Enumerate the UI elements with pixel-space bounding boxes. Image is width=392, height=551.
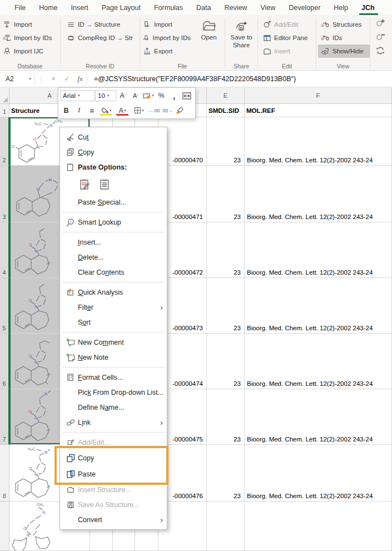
row-header-3[interactable]: 3 xyxy=(0,166,9,222)
menu-item-sort[interactable]: Sort xyxy=(60,315,167,330)
menu-item-new-note[interactable]: New Note xyxy=(60,350,167,365)
increase-decimal-button[interactable]: ←.00 xyxy=(148,105,160,117)
format-painter-button[interactable] xyxy=(174,105,186,117)
select-all-corner[interactable] xyxy=(0,87,9,104)
tab-data[interactable]: Data xyxy=(190,4,217,12)
font-color-button[interactable]: A ▾ xyxy=(115,105,130,117)
import-ijc-button[interactable]: Import IJC xyxy=(0,44,60,58)
insert-button[interactable]: Insert xyxy=(260,44,316,58)
enter-formula-icon[interactable]: ✓ xyxy=(60,75,73,83)
row-header-4[interactable]: 4 xyxy=(0,222,9,278)
row-header-8[interactable]: 8 xyxy=(0,445,9,502)
bold-button[interactable]: B xyxy=(60,105,72,117)
menu-item-paste-structure[interactable]: Paste xyxy=(60,466,167,482)
import-file-button[interactable]: Import xyxy=(140,18,193,31)
decrease-font-size-button[interactable]: Aˇ xyxy=(130,90,142,102)
menu-item-format-cells[interactable]: Format Cells... xyxy=(60,370,167,385)
row-header-9[interactable] xyxy=(0,502,9,551)
menu-item-paste-special[interactable]: Paste Special... xyxy=(60,195,167,210)
cancel-formula-icon[interactable]: × xyxy=(47,75,60,83)
menu-item-copy-structure[interactable]: Copy xyxy=(60,450,167,466)
remove-structure-hexagon-icon[interactable] xyxy=(375,32,385,42)
menu-item-define-name[interactable]: Define Name... xyxy=(60,400,167,415)
open-button[interactable]: Open xyxy=(193,18,224,58)
tab-review[interactable]: Review xyxy=(217,4,254,12)
align-center-button[interactable]: ≡ xyxy=(86,105,98,117)
cell-sid-2[interactable]: 23 xyxy=(207,117,245,166)
row-header-2[interactable]: 2 xyxy=(0,117,9,166)
name-box-dropdown-icon[interactable]: ▾ xyxy=(29,76,31,81)
cell-ref-4[interactable]: Bioorg. Med. Chem. Lett. 12(2)-2002 243-… xyxy=(245,222,392,278)
tab-formulas[interactable]: Formulas xyxy=(147,4,190,12)
show-hide-button[interactable]: Show/Hide xyxy=(318,44,370,58)
font-size-select[interactable]: 10 ▾ xyxy=(95,90,116,101)
column-header-e[interactable]: E xyxy=(207,87,245,104)
menu-item-quick-analysis[interactable]: Quick Analysis xyxy=(60,285,167,300)
editor-pane-button[interactable]: Editor Pane xyxy=(260,31,316,44)
import-by-ids-file-button[interactable]: ID Import by IDs xyxy=(140,31,193,44)
menu-item-add-edit-disabled[interactable]: Add/Edit... xyxy=(60,435,167,450)
add-structure-hexagon-icon[interactable] xyxy=(375,19,385,29)
cell-f1[interactable]: MOL.REF xyxy=(245,104,392,117)
cell-ref-3[interactable]: Bioorg. Med. Chem. Lett. 12(2)-2002 243-… xyxy=(245,166,392,222)
cell-sid-9[interactable] xyxy=(207,502,245,551)
row-header-5[interactable]: 5 xyxy=(0,278,9,334)
cell-ref-9[interactable] xyxy=(245,502,392,551)
cell-sid-3[interactable]: 23 xyxy=(207,166,245,222)
add-edit-button[interactable]: Add/Edit xyxy=(260,18,316,31)
menu-item-link[interactable]: Link › xyxy=(60,415,167,430)
fill-color-button[interactable]: ▾ xyxy=(98,105,114,117)
menu-item-cut[interactable]: Cut xyxy=(60,130,167,145)
paste-keep-formatting-button[interactable] xyxy=(78,177,92,192)
cell-ref-7[interactable]: Bioorg. Med. Chem. Lett. 12(2)-2002 243-… xyxy=(245,389,392,445)
menu-item-copy[interactable]: Copy xyxy=(60,145,167,160)
paste-values-button[interactable] xyxy=(97,177,112,192)
refresh-structures-icon[interactable] xyxy=(375,46,385,56)
formula-input[interactable]: =@JCSYSStructure("EF2F80099A4F38F42D2220… xyxy=(87,75,296,83)
cell-sid-5[interactable]: 23 xyxy=(207,278,245,334)
merge-center-button[interactable] xyxy=(181,90,193,102)
menu-item-convert[interactable]: Convert › xyxy=(60,512,167,527)
import-database-button[interactable]: Import xyxy=(0,18,60,31)
cell-ref-8[interactable]: Bioorg. Med. Chem. Lett. 12(2)-2002 243-… xyxy=(245,445,392,502)
borders-button[interactable]: ▾ xyxy=(131,105,147,117)
accounting-format-button[interactable]: ▾ xyxy=(142,90,155,102)
cell-e1[interactable]: SMDL.SID xyxy=(207,104,245,117)
view-ids-button[interactable]: ID IDs xyxy=(318,31,370,44)
tab-developer[interactable]: Developer xyxy=(282,4,327,12)
cell-sid-4[interactable]: 23 xyxy=(207,222,245,278)
menu-item-new-comment[interactable]: New Comment xyxy=(60,335,167,350)
id-to-structure-button[interactable]: ID → Structure xyxy=(64,18,140,31)
cell-ref-5[interactable]: Bioorg. Med. Chem. Lett. 12(2)-2002 243-… xyxy=(245,278,392,334)
menu-item-filter[interactable]: Filter › xyxy=(60,300,167,315)
percent-style-button[interactable]: % xyxy=(155,90,167,102)
tab-home[interactable]: Home xyxy=(32,4,64,12)
font-name-select[interactable]: Arial ▾ xyxy=(60,90,95,101)
tab-page-layout[interactable]: Page Layout xyxy=(95,4,147,12)
menu-item-smart-lookup[interactable]: i Smart Lookup xyxy=(60,215,167,230)
insert-function-icon[interactable]: fx xyxy=(73,75,87,83)
row-header-6[interactable]: 6 xyxy=(0,334,9,389)
tab-view[interactable]: View xyxy=(254,4,282,12)
tab-file[interactable]: File xyxy=(8,4,32,12)
menu-item-clear-contents[interactable]: Clear Contents xyxy=(60,265,167,280)
increase-font-size-button[interactable]: Aˆ xyxy=(117,90,129,102)
cell-sid-8[interactable]: 23 xyxy=(207,445,245,502)
menu-item-pick-from-dropdown-list[interactable]: Pick From Drop-down List... xyxy=(60,385,167,400)
tab-jchem-active[interactable]: JCh xyxy=(355,4,381,12)
import-by-ids-database-button[interactable]: ID Import by IDs xyxy=(0,31,60,44)
column-header-f[interactable]: F xyxy=(245,87,392,104)
menu-item-delete[interactable]: Delete... xyxy=(60,250,167,265)
cell-sid-7[interactable]: 23 xyxy=(207,389,245,445)
row-header-7[interactable]: 7 xyxy=(0,389,9,445)
cell-sid-6[interactable]: 23 xyxy=(207,334,245,389)
view-structures-button[interactable]: ID Structures xyxy=(318,18,370,31)
comma-style-button[interactable]: , xyxy=(168,90,180,102)
export-button[interactable]: Export xyxy=(140,44,193,58)
tab-help[interactable]: Help xyxy=(327,4,355,12)
cell-ref-6[interactable]: Bioorg. Med. Chem. Lett. 12(2)-2002 243-… xyxy=(245,334,392,389)
menu-item-save-as-structure-disabled[interactable]: Save As Structure... xyxy=(60,497,167,512)
save-to-share-button[interactable]: Save to Share xyxy=(226,18,257,49)
italic-button[interactable]: I xyxy=(73,105,85,117)
decrease-decimal-button[interactable]: .00→ xyxy=(161,105,173,117)
